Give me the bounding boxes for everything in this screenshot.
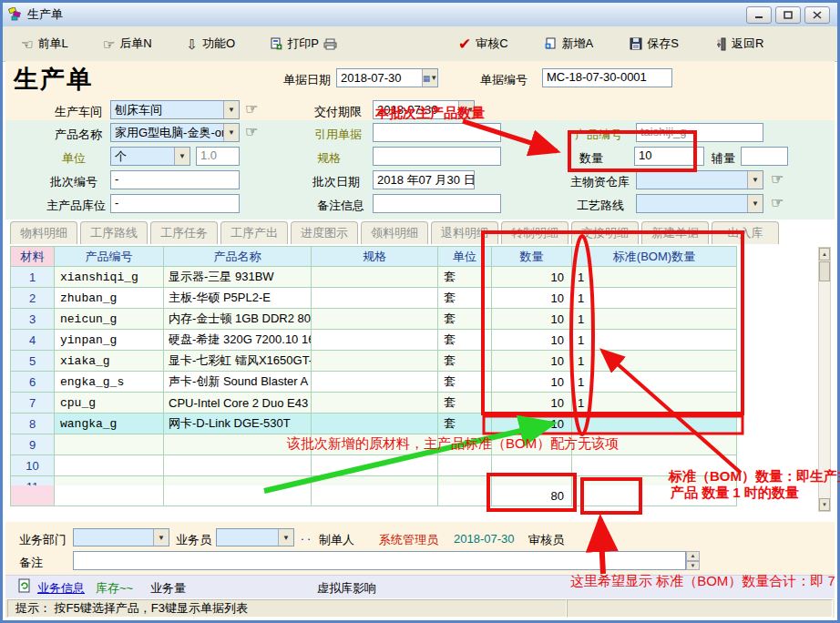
remark-info-input[interactable] <box>373 194 501 213</box>
cell-product-name[interactable]: 网卡-D-Link DGE-530T <box>164 414 312 434</box>
location-input[interactable]: - <box>110 194 240 213</box>
scroll-down-icon[interactable]: ▼ <box>819 498 830 511</box>
cell-unit[interactable] <box>438 434 492 455</box>
tab-4[interactable]: 进度图示 <box>291 221 358 244</box>
dept-select[interactable]: ▼ <box>73 528 169 546</box>
table-row[interactable]: 3 neicun_g 内存-金士顿 1GB DDR2 800 套 10 1 <box>10 309 737 330</box>
cell-qty[interactable] <box>492 434 572 455</box>
cell-spec[interactable] <box>312 267 438 288</box>
cell-spec[interactable] <box>312 330 438 351</box>
business-info-link[interactable]: 业务信息 <box>37 580 85 597</box>
cell-spec[interactable] <box>312 393 438 414</box>
table-row[interactable]: 4 yinpan_g 硬盘-希捷 320G 7200.10 16 套 10 1 <box>10 330 737 351</box>
cell-spec[interactable] <box>312 455 438 476</box>
cell-product-code[interactable]: engka_g_s <box>55 372 164 393</box>
tab-5[interactable]: 领料明细 <box>361 221 428 244</box>
cell-qty[interactable] <box>492 455 572 476</box>
spec-input[interactable] <box>373 147 501 166</box>
doc-date-input[interactable]: 2018-07-30 ▦▼ <box>336 68 438 87</box>
scroll-up-icon[interactable]: ▲ <box>819 248 830 260</box>
cell-bom-qty[interactable]: 1 <box>572 351 737 372</box>
cell-bom-qty[interactable] <box>572 434 737 455</box>
cell-product-name[interactable]: 主板-华硕 P5PL2-E <box>164 288 312 309</box>
col-header-6[interactable]: 标准(BOM)数量 <box>572 246 737 267</box>
spinner-down-icon[interactable]: ▼ <box>686 561 700 571</box>
cell-product-code[interactable]: neicun_g <box>55 309 164 330</box>
cell-product-code[interactable]: zhuban_g <box>55 288 164 309</box>
product-code-input[interactable]: taishiji_g <box>636 123 763 142</box>
table-row[interactable]: 6 engka_g_s 声卡-创新 Sound Blaster A 套 10 1 <box>10 372 737 393</box>
cell-spec[interactable] <box>312 434 438 455</box>
add-button[interactable]: 新增A <box>539 33 599 55</box>
tab-0[interactable]: 物料明细 <box>10 221 77 244</box>
col-header-3[interactable]: 规格 <box>312 246 438 267</box>
product-name-select[interactable]: 家用G型电脑-金奥-onl: ▼ <box>110 123 240 142</box>
tab-2[interactable]: 工序任务 <box>150 221 218 244</box>
cell-product-code[interactable]: xianshiqi_g <box>55 267 164 288</box>
chevron-down-icon[interactable]: ▼ <box>747 171 763 189</box>
chevron-down-icon[interactable]: ▼ <box>278 529 293 546</box>
table-row[interactable]: 8 wangka_g 网卡-D-Link DGE-530T 套 10 <box>10 414 737 434</box>
scrollbar-thumb[interactable] <box>819 261 830 281</box>
table-row[interactable]: 11 <box>10 476 737 485</box>
chevron-down-icon[interactable]: ▼ <box>223 124 239 141</box>
cell-qty[interactable]: 10 <box>492 267 572 288</box>
cell-bom-qty[interactable]: 1 <box>572 288 737 309</box>
table-row[interactable]: 7 cpu_g CPU-Intel Core 2 Duo E43 套 10 1 <box>10 393 737 414</box>
col-header-5[interactable]: 数量 <box>492 246 572 267</box>
chevron-down-icon[interactable]: ▼ <box>153 529 169 546</box>
save-button[interactable]: 保存S <box>624 33 684 55</box>
cell-bom-qty[interactable]: 1 <box>572 330 737 351</box>
cell-spec[interactable] <box>312 288 438 309</box>
cell-bom-qty[interactable] <box>572 414 737 434</box>
cell-product-code[interactable]: yinpan_g <box>55 330 164 351</box>
cell-unit[interactable]: 套 <box>438 330 492 351</box>
prev-doc-button[interactable]: ☜ 前单L <box>15 33 74 55</box>
tab-10[interactable]: 出入库 <box>712 221 779 244</box>
cell-qty[interactable]: 10 <box>492 414 572 434</box>
function-button[interactable]: ⇩ 功能O <box>181 33 241 55</box>
cell-unit[interactable]: 套 <box>438 393 492 414</box>
remark-input[interactable] <box>73 551 686 570</box>
stock-link[interactable]: 库存~~ <box>96 580 133 597</box>
close-button[interactable] <box>804 6 830 24</box>
spinner-up-icon[interactable]: ▲ <box>686 551 700 561</box>
table-row[interactable]: 10 <box>10 455 737 476</box>
cell-unit[interactable] <box>438 455 492 476</box>
cell-spec[interactable] <box>312 476 438 485</box>
route-select[interactable]: ▼ <box>636 194 763 213</box>
cell-unit[interactable]: 套 <box>438 267 492 288</box>
aux-qty-input[interactable] <box>741 147 788 166</box>
cell-qty[interactable]: 10 <box>492 393 572 414</box>
tab-8[interactable]: 交接明细 <box>571 221 639 244</box>
cell-product-name[interactable]: 内存-金士顿 1GB DDR2 800 <box>164 309 312 330</box>
cell-product-code[interactable]: xiaka_g <box>55 351 164 372</box>
cell-product-code[interactable] <box>55 455 164 476</box>
cell-product-name[interactable]: 声卡-创新 Sound Blaster A <box>164 372 312 393</box>
cell-product-code[interactable]: wangka_g <box>55 414 164 434</box>
unit-select[interactable]: 个 ▼ <box>110 147 190 166</box>
col-header-2[interactable]: 产品名称 <box>164 246 312 267</box>
cell-bom-qty[interactable]: 1 <box>572 309 737 330</box>
cell-product-code[interactable]: cpu_g <box>55 393 164 414</box>
cell-bom-qty[interactable]: 1 <box>572 267 737 288</box>
cell-unit[interactable]: 套 <box>438 414 492 434</box>
cell-qty[interactable]: 10 <box>492 288 572 309</box>
print-button[interactable]: 打印P <box>264 33 343 55</box>
batch-no-input[interactable]: - <box>110 170 240 189</box>
remark-spinner[interactable]: ▲ ▼ <box>686 551 700 570</box>
calendar-icon[interactable]: ▦▼ <box>422 69 437 87</box>
warehouse-picker-hand-icon[interactable]: ☞ <box>771 172 784 187</box>
cell-unit[interactable]: 套 <box>438 288 492 309</box>
cell-product-code[interactable] <box>55 434 164 455</box>
cell-bom-qty[interactable]: 1 <box>572 372 737 393</box>
cell-spec[interactable] <box>312 309 438 330</box>
product-picker-hand-icon[interactable]: ☞ <box>245 125 258 139</box>
cell-spec[interactable] <box>312 372 438 393</box>
cell-unit[interactable]: 套 <box>438 351 492 372</box>
cell-unit[interactable]: 套 <box>438 372 492 393</box>
cell-qty[interactable]: 10 <box>492 309 572 330</box>
workshop-select[interactable]: 刨床车间 ▼ <box>110 100 240 119</box>
cell-product-name[interactable]: 硬盘-希捷 320G 7200.10 16 <box>164 330 312 351</box>
cell-product-name[interactable]: CPU-Intel Core 2 Duo E43 <box>164 393 312 414</box>
